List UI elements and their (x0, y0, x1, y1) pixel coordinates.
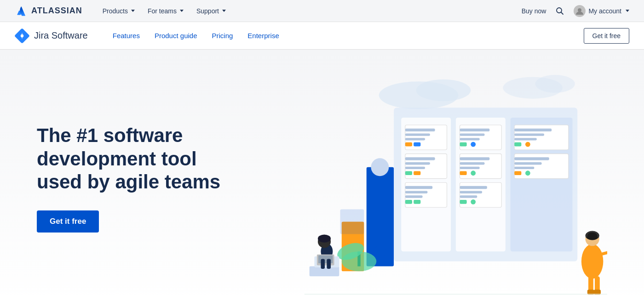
avatar (574, 5, 586, 17)
svg-point-60 (525, 170, 530, 176)
search-icon (556, 7, 564, 15)
svg-point-47 (471, 199, 476, 204)
svg-rect-37 (460, 157, 490, 160)
svg-rect-56 (514, 157, 549, 160)
pricing-link[interactable]: Pricing (206, 28, 240, 43)
hero-text-block: The #1 software development tool used by… (37, 124, 230, 232)
get-it-free-header-button[interactable]: Get it free (584, 28, 629, 44)
svg-rect-16 (414, 142, 420, 147)
svg-point-78 (581, 244, 603, 279)
account-avatar-icon (575, 7, 584, 15)
product-nav-links: Features Product guide Pricing Enterpris… (106, 28, 584, 43)
svg-rect-57 (514, 162, 541, 165)
svg-rect-15 (405, 142, 412, 147)
svg-line-81 (602, 249, 607, 254)
support-chevron-icon (222, 10, 226, 12)
jira-software-wordmark: Jira Software (34, 30, 88, 41)
jira-logo-section: Jira Software (15, 28, 88, 43)
top-nav-links: Products For teams Support (97, 5, 522, 17)
svg-point-8 (535, 75, 575, 93)
search-button[interactable] (553, 5, 566, 17)
svg-rect-76 (321, 259, 325, 269)
svg-rect-26 (405, 195, 423, 198)
enterprise-link[interactable]: Enterprise (241, 28, 285, 43)
svg-point-65 (374, 245, 386, 257)
svg-rect-19 (405, 162, 430, 165)
svg-rect-40 (460, 171, 467, 175)
svg-rect-14 (405, 138, 425, 140)
svg-rect-27 (405, 200, 412, 204)
products-label: Products (103, 7, 128, 15)
svg-point-41 (471, 170, 476, 176)
for-teams-chevron-icon (180, 10, 184, 12)
svg-rect-62 (340, 209, 364, 234)
jira-software-icon (15, 28, 29, 43)
features-link[interactable]: Features (106, 28, 146, 43)
atlassian-logo-icon (15, 5, 28, 17)
svg-rect-20 (405, 167, 425, 169)
svg-rect-58 (514, 167, 534, 169)
svg-rect-39 (460, 167, 480, 169)
top-navigation: ATLASSIAN Products For teams Support Buy… (0, 0, 644, 22)
support-label: Support (196, 7, 219, 15)
hero-illustration (230, 68, 607, 289)
svg-rect-52 (514, 138, 537, 140)
svg-rect-59 (514, 171, 521, 175)
products-nav-item[interactable]: Products (97, 5, 140, 17)
svg-rect-22 (414, 171, 420, 175)
svg-rect-33 (460, 138, 480, 140)
svg-rect-24 (405, 186, 432, 189)
svg-rect-31 (460, 129, 490, 131)
svg-rect-32 (460, 133, 485, 136)
svg-rect-50 (514, 129, 552, 131)
svg-rect-77 (327, 259, 331, 269)
products-chevron-icon (131, 10, 135, 12)
svg-point-2 (578, 8, 581, 12)
hero-illustration-svg (230, 68, 607, 295)
hero-cta-button[interactable]: Get it free (37, 210, 99, 233)
svg-point-54 (525, 142, 530, 147)
for-teams-nav-item[interactable]: For teams (142, 5, 189, 17)
svg-rect-13 (405, 133, 430, 136)
my-account-label: My account (588, 7, 621, 15)
svg-point-64 (371, 158, 389, 176)
buy-now-link[interactable]: Buy now (522, 7, 546, 15)
svg-rect-34 (460, 142, 467, 147)
hero-title: The #1 software development tool used by… (37, 124, 230, 193)
product-guide-link[interactable]: Product guide (148, 28, 204, 43)
product-navigation: Jira Software Features Product guide Pri… (0, 22, 644, 50)
svg-rect-12 (405, 129, 435, 131)
svg-rect-25 (405, 191, 428, 193)
svg-point-6 (416, 79, 471, 101)
svg-rect-18 (405, 157, 435, 160)
svg-point-35 (471, 142, 476, 147)
support-nav-item[interactable]: Support (191, 5, 231, 17)
svg-rect-21 (405, 171, 412, 175)
svg-rect-38 (460, 162, 485, 165)
svg-rect-83 (595, 276, 600, 291)
svg-rect-45 (460, 195, 477, 198)
svg-rect-43 (460, 186, 487, 189)
top-nav-right: Buy now My account (522, 5, 629, 17)
my-account-button[interactable]: My account (574, 5, 629, 17)
atlassian-logo[interactable]: ATLASSIAN (15, 5, 82, 17)
svg-rect-53 (514, 142, 521, 147)
svg-line-1 (561, 12, 564, 14)
svg-point-4 (21, 34, 23, 37)
svg-rect-28 (414, 200, 420, 204)
atlassian-wordmark: ATLASSIAN (31, 6, 82, 16)
for-teams-label: For teams (148, 7, 177, 15)
hero-section: The #1 software development tool used by… (0, 50, 644, 295)
my-account-chevron-icon (626, 10, 629, 12)
svg-point-73 (318, 235, 331, 243)
svg-rect-44 (460, 191, 483, 193)
svg-rect-51 (514, 133, 544, 136)
svg-rect-82 (588, 276, 593, 291)
svg-rect-46 (460, 200, 467, 204)
